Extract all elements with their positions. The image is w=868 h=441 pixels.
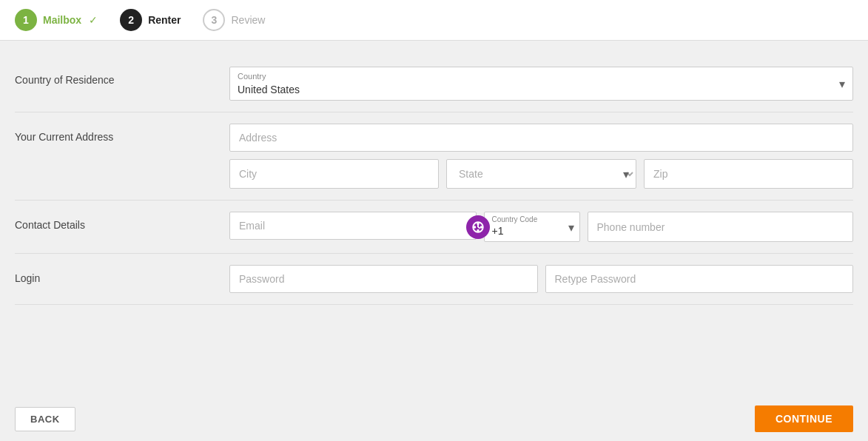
svg-line-2 — [478, 227, 480, 229]
phone-input[interactable] — [588, 212, 854, 242]
zip-input[interactable] — [644, 159, 853, 189]
country-code-select[interactable]: +1 +44 +49 +33 — [485, 223, 579, 241]
footer: BACK CONTINUE — [0, 397, 868, 441]
svg-point-4 — [480, 226, 482, 228]
password-input[interactable] — [229, 265, 538, 293]
password-row — [229, 265, 853, 293]
back-button[interactable]: BACK — [15, 407, 75, 431]
main-form: Country of Residence Country United Stat… — [0, 41, 868, 397]
contact-details-row: Contact Details — [15, 201, 853, 254]
country-of-residence-fields: Country United States Canada United King… — [229, 67, 853, 101]
svg-point-3 — [474, 226, 475, 228]
step-3-review[interactable]: 3 Review — [203, 9, 265, 31]
state-select[interactable]: State Alabama California New York Texas — [446, 159, 636, 189]
continue-button[interactable]: CONTINUE — [755, 405, 853, 432]
email-icon-badge — [466, 215, 490, 239]
country-code-label: Country Code — [485, 212, 579, 223]
country-of-residence-label: Country of Residence — [15, 67, 229, 86]
current-address-label: Your Current Address — [15, 124, 229, 143]
step-1-label: Mailbox — [43, 14, 81, 26]
step-2-renter[interactable]: 2 Renter — [120, 9, 181, 31]
city-input[interactable] — [229, 159, 439, 189]
login-label: Login — [15, 265, 229, 284]
login-row: Login — [15, 254, 853, 305]
step-3-label: Review — [231, 14, 265, 26]
contact-details-label: Contact Details — [15, 212, 229, 231]
login-fields — [229, 265, 853, 293]
retype-password-input[interactable] — [545, 265, 854, 293]
contact-details-fields: Country Code +1 +44 +49 +33 — [229, 212, 853, 242]
country-of-residence-row: Country of Residence Country United Stat… — [15, 55, 853, 112]
address-input[interactable] — [229, 124, 853, 152]
city-state-zip-row: State Alabama California New York Texas — [229, 159, 853, 189]
email-phone-row: Country Code +1 +44 +49 +33 — [229, 212, 853, 242]
step-3-circle: 3 — [203, 9, 225, 31]
email-wrapper — [229, 212, 477, 242]
current-address-fields: State Alabama California New York Texas — [229, 124, 853, 189]
country-code-wrapper: Country Code +1 +44 +49 +33 — [484, 212, 580, 242]
state-select-wrapper: State Alabama California New York Texas — [446, 159, 636, 189]
dial-icon — [471, 220, 485, 234]
current-address-row: Your Current Address State Alabama Calif… — [15, 112, 853, 201]
step-2-circle: 2 — [120, 9, 142, 31]
country-select-wrapper: Country United States Canada United King… — [229, 67, 853, 101]
svg-point-5 — [477, 223, 479, 224]
step-2-label: Renter — [148, 14, 181, 26]
step-1-mailbox[interactable]: 1 Mailbox ✓ — [15, 9, 98, 31]
country-select[interactable]: United States Canada United Kingdom Aust… — [230, 67, 852, 100]
stepper: 1 Mailbox ✓ 2 Renter 3 Review — [0, 0, 868, 41]
svg-point-6 — [477, 229, 479, 231]
step-1-checkmark: ✓ — [89, 14, 98, 26]
step-1-circle: 1 — [15, 9, 37, 31]
country-code-inner: Country Code +1 +44 +49 +33 — [484, 212, 580, 242]
email-input[interactable] — [229, 212, 477, 240]
